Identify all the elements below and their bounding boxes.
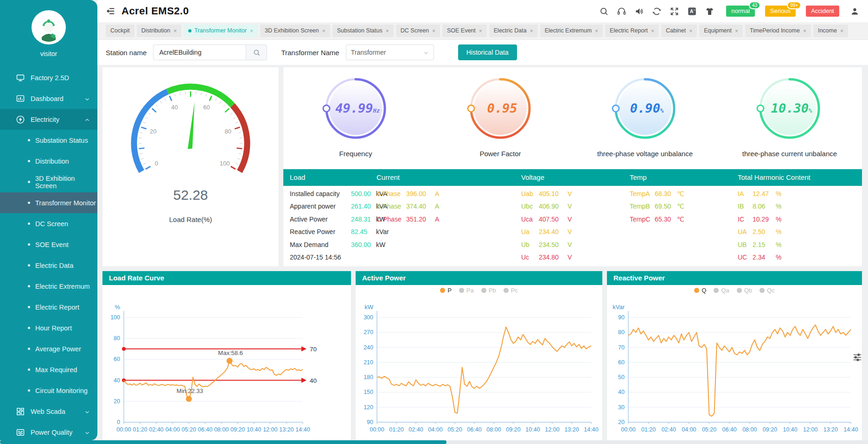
close-icon[interactable]: ×	[250, 28, 253, 34]
close-icon[interactable]: ×	[479, 28, 482, 34]
translate-icon[interactable]: Ax	[687, 6, 697, 16]
close-icon[interactable]: ×	[803, 28, 806, 34]
svg-text:60: 60	[114, 356, 120, 362]
tab-equipment[interactable]: Equipment×	[699, 25, 743, 37]
sidebar-item-transformer-monitor[interactable]: Transformer Monitor	[0, 192, 97, 213]
cell-value: 65.30	[655, 213, 677, 226]
cell-unit: V	[568, 190, 572, 197]
tab-soe-event[interactable]: SOE Event×	[442, 25, 487, 37]
alarm-badge-normal[interactable]: normal43	[726, 6, 755, 17]
close-icon[interactable]: ×	[173, 28, 177, 34]
tab-dc-screen[interactable]: DC Screen×	[396, 25, 440, 37]
speaker-icon[interactable]	[634, 6, 644, 16]
close-icon[interactable]: ×	[386, 28, 389, 34]
alarm-badge-accident[interactable]: Accident	[806, 6, 839, 17]
tab-3d-exhibition-screen[interactable]: 3D Exhibition Screen×	[260, 25, 330, 37]
close-icon[interactable]: ×	[689, 28, 692, 34]
legend-item-qb[interactable]: Qb	[737, 287, 752, 294]
headset-icon[interactable]	[617, 6, 626, 16]
sidebar-item-substation-status[interactable]: Substation Status	[0, 130, 97, 151]
legend-item-q[interactable]: Q	[694, 287, 706, 294]
table-cell: TempC65.30℃	[630, 213, 684, 226]
sidebar-item-power-quality[interactable]: Power Quality	[0, 422, 97, 443]
station-name-input[interactable]	[153, 44, 246, 60]
sidebar-item-distribution[interactable]: Distribution	[0, 151, 97, 171]
sidebar-item-electric-report[interactable]: Electric Report	[0, 297, 97, 317]
legend-dot-icon	[459, 288, 464, 293]
close-icon[interactable]: ×	[432, 28, 435, 34]
chart-settings-icon[interactable]	[852, 352, 862, 362]
legend-dot-icon	[714, 288, 719, 293]
sidebar-item-electric-extremum[interactable]: Electric Extremum	[0, 276, 97, 297]
sidebar-item-factory-2-5d[interactable]: Factory 2.5D	[0, 67, 97, 88]
svg-text:40: 40	[618, 389, 625, 395]
tab-cockpit[interactable]: Cockpit	[106, 25, 134, 37]
close-icon[interactable]: ×	[322, 28, 326, 34]
cell-unit: V	[568, 216, 572, 223]
tab-label: SOE Event	[447, 25, 476, 37]
legend-item-pa[interactable]: Pa	[459, 287, 474, 294]
tab-electric-extremum[interactable]: Electric Extremum×	[540, 25, 603, 37]
close-icon[interactable]: ×	[530, 28, 533, 34]
cell-value: 8.06	[753, 200, 776, 213]
cell-label: TempA	[630, 188, 655, 200]
cell-unit: %	[776, 228, 781, 235]
topbar: Acrel EMS2.0 Ax normal43Serious99+Accide…	[97, 0, 868, 22]
sidebar-item-average-power[interactable]: Average Power	[0, 338, 97, 359]
fullscreen-icon[interactable]	[670, 6, 679, 16]
sidebar-item-hour-report[interactable]: Hour Report	[0, 317, 97, 338]
search-icon[interactable]	[599, 6, 609, 16]
sidebar-item-dc-screen[interactable]: DC Screen	[0, 213, 97, 234]
legend-item-p[interactable]: P	[440, 287, 452, 294]
bullet-icon	[28, 160, 30, 162]
wave-icon	[16, 428, 25, 437]
theme-icon[interactable]	[705, 6, 715, 16]
chart-panel-active-power: Active PowerPPaPbPc901201501802102402703…	[355, 271, 603, 444]
legend-item-qc[interactable]: Qc	[760, 287, 775, 294]
tab-electric-report[interactable]: Electric Report×	[605, 25, 659, 37]
sidebar-item-3d-exhibition-screen[interactable]: 3D Exhibition Screen	[0, 171, 97, 192]
tab-electric-data[interactable]: Electric Data×	[489, 25, 538, 37]
tab-transformer-monitor[interactable]: Transformer Monitor×	[184, 25, 258, 37]
cell-label: UB	[738, 239, 753, 251]
cell-label: UA	[738, 226, 753, 238]
legend-item-qa[interactable]: Qa	[714, 287, 729, 294]
sidebar-item-soe-event[interactable]: SOE Event	[0, 234, 97, 255]
app-title: Acrel EMS2.0	[121, 5, 189, 17]
close-icon[interactable]: ×	[595, 28, 598, 34]
alarm-badge-serious[interactable]: Serious99+	[765, 6, 796, 17]
tab-timeperiod-income[interactable]: TimePeriod Income×	[745, 25, 811, 37]
svg-text:06:40: 06:40	[198, 426, 212, 433]
close-icon[interactable]: ×	[735, 28, 738, 34]
sidebar-item-web-scada[interactable]: Web Scada	[0, 401, 97, 422]
sidebar-item-electric-data[interactable]: Electric Data	[0, 255, 97, 276]
hamburger-menu-icon[interactable]	[106, 6, 116, 16]
historical-data-button[interactable]: Historical Data	[458, 44, 517, 60]
sidebar-item-max-required[interactable]: Max Required	[0, 359, 97, 380]
cell-label: Uca	[521, 213, 539, 226]
legend-item-pb[interactable]: Pb	[481, 287, 496, 294]
tab-income[interactable]: Income×	[813, 25, 848, 37]
legend-item-pc[interactable]: Pc	[504, 287, 518, 294]
close-icon[interactable]: ×	[840, 28, 843, 34]
tab-distribution[interactable]: Distribution×	[137, 25, 182, 37]
close-icon[interactable]: ×	[651, 28, 654, 34]
user-icon[interactable]	[850, 6, 860, 16]
refresh-icon[interactable]	[652, 6, 662, 16]
table-cell: UC2.34%	[738, 251, 781, 264]
cell-value: 2.15	[753, 239, 776, 251]
station-search-button[interactable]	[246, 44, 267, 60]
svg-text:06:40: 06:40	[467, 426, 481, 433]
tab-substation-status[interactable]: Substation Status×	[332, 25, 394, 37]
cell-unit: %	[776, 241, 781, 248]
svg-text:60: 60	[203, 104, 210, 111]
sidebar-item-electricity[interactable]: Electricity	[0, 109, 97, 130]
transformer-select[interactable]: Transformer	[346, 44, 434, 60]
svg-text:10:40: 10:40	[783, 426, 797, 433]
chart-title: Reactive Power	[607, 271, 862, 285]
cell-label: 2024-07-15 14:56	[290, 251, 351, 264]
legend-dot-icon	[760, 288, 765, 293]
tab-cabinet[interactable]: Cabinet×	[661, 25, 697, 37]
sidebar-item-dashboard[interactable]: Dashboard	[0, 88, 97, 109]
sidebar-item-circuit-monitoring[interactable]: Circuit Monitoring	[0, 380, 97, 401]
